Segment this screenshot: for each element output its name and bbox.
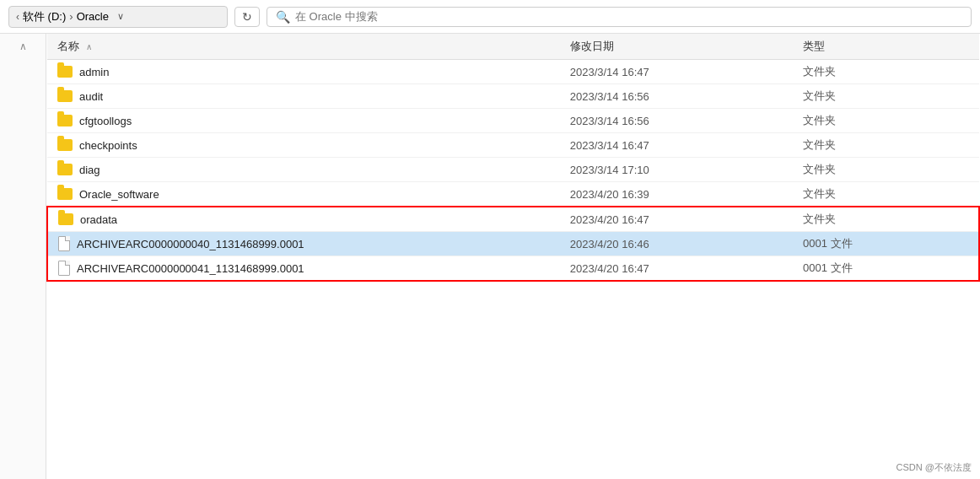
table-row[interactable]: cfgtoollogs2023/3/14 16:56文件夹	[47, 109, 979, 133]
watermark: CSDN @不依法度	[897, 461, 972, 474]
file-table: 名称 ∧ 修改日期 类型 admin2023/3/14 16:47文件夹audi…	[46, 34, 980, 282]
file-date-label: 2023/3/14 17:10	[560, 158, 793, 182]
file-date-label: 2023/4/20 16:39	[560, 182, 793, 207]
file-explorer-window: ‹ 软件 (D:) › Oracle ∨ ↻ 🔍 ∧ 名称	[0, 0, 980, 479]
top-bar: ‹ 软件 (D:) › Oracle ∨ ↻ 🔍	[0, 0, 980, 34]
file-date-label: 2023/3/14 16:47	[560, 133, 793, 158]
breadcrumb-drive: 软件 (D:)	[23, 9, 66, 24]
folder-icon	[58, 213, 73, 225]
sort-arrow-icon: ∧	[86, 42, 92, 51]
file-date-label: 2023/4/20 16:47	[560, 207, 793, 232]
folder-icon	[57, 90, 73, 102]
folder-icon	[57, 66, 73, 78]
file-name-label: cfgtoollogs	[79, 115, 132, 127]
file-date-label: 2023/4/20 16:46	[560, 232, 793, 256]
sidebar: ∧	[0, 34, 46, 479]
file-name-cell: checkpoints	[57, 139, 550, 152]
col-header-name[interactable]: 名称 ∧	[47, 34, 560, 60]
search-input[interactable]	[295, 10, 962, 23]
table-header-row: 名称 ∧ 修改日期 类型	[47, 34, 979, 60]
file-name-label: checkpoints	[79, 139, 137, 152]
search-box: 🔍	[267, 7, 972, 27]
file-type-label: 文件夹	[793, 84, 979, 109]
file-name-cell: cfgtoollogs	[57, 115, 550, 127]
file-name-cell: ARCHIVEARC0000000041_1131468999.0001	[58, 261, 550, 276]
file-name-cell: ARCHIVEARC0000000040_1131468999.0001	[58, 236, 550, 251]
file-name-label: admin	[79, 66, 109, 78]
file-name-label: ARCHIVEARC0000000041_1131468999.0001	[77, 262, 304, 275]
breadcrumb-dropdown-button[interactable]: ∨	[116, 11, 126, 22]
file-name-label: ARCHIVEARC0000000040_1131468999.0001	[77, 238, 304, 250]
folder-icon	[57, 115, 73, 126]
main-content: ∧ 名称 ∧ 修改日期 类型	[0, 34, 980, 479]
file-name-cell: audit	[57, 90, 550, 103]
refresh-button[interactable]: ↻	[234, 7, 260, 27]
file-list-body: admin2023/3/14 16:47文件夹audit2023/3/14 16…	[47, 60, 979, 282]
file-name-cell: oradata	[58, 213, 550, 226]
file-type-label: 文件夹	[793, 182, 979, 207]
breadcrumb[interactable]: ‹ 软件 (D:) › Oracle ∨	[8, 6, 228, 28]
file-type-label: 文件夹	[793, 207, 979, 232]
file-name-label: oradata	[80, 213, 117, 226]
file-type-label: 0001 文件	[793, 256, 979, 282]
file-icon	[58, 261, 70, 276]
file-list-area: 名称 ∧ 修改日期 类型 admin2023/3/14 16:47文件夹audi…	[46, 34, 980, 479]
file-type-label: 文件夹	[793, 109, 979, 133]
sidebar-scroll-up-icon[interactable]: ∧	[16, 37, 30, 56]
col-header-type[interactable]: 类型	[793, 34, 979, 60]
breadcrumb-sep1: ›	[69, 10, 73, 23]
file-type-label: 文件夹	[793, 158, 979, 182]
folder-icon	[57, 164, 73, 175]
file-name-label: diag	[79, 164, 100, 176]
col-header-date[interactable]: 修改日期	[560, 34, 793, 60]
table-row[interactable]: Oracle_software2023/4/20 16:39文件夹	[47, 182, 979, 207]
table-row[interactable]: oradata2023/4/20 16:47文件夹	[47, 207, 979, 232]
file-name-cell: Oracle_software	[57, 188, 550, 201]
back-arrow-icon: ‹	[16, 11, 19, 23]
folder-icon	[57, 139, 73, 151]
file-icon	[58, 236, 70, 251]
file-date-label: 2023/3/14 16:47	[560, 60, 793, 84]
table-row[interactable]: admin2023/3/14 16:47文件夹	[47, 60, 979, 84]
table-row[interactable]: ARCHIVEARC0000000040_1131468999.00012023…	[47, 232, 979, 256]
file-name-cell: diag	[57, 164, 550, 176]
table-row[interactable]: diag2023/3/14 17:10文件夹	[47, 158, 979, 182]
table-row[interactable]: checkpoints2023/3/14 16:47文件夹	[47, 133, 979, 158]
file-name-label: Oracle_software	[79, 188, 159, 201]
file-date-label: 2023/3/14 16:56	[560, 109, 793, 133]
file-type-label: 0001 文件	[793, 232, 979, 256]
table-row[interactable]: ARCHIVEARC0000000041_1131468999.00012023…	[47, 256, 979, 282]
folder-icon	[57, 188, 73, 200]
file-date-label: 2023/3/14 16:56	[560, 84, 793, 109]
search-icon: 🔍	[276, 10, 290, 24]
breadcrumb-folder: Oracle	[77, 10, 109, 23]
file-type-label: 文件夹	[793, 133, 979, 158]
file-type-label: 文件夹	[793, 60, 979, 84]
file-date-label: 2023/4/20 16:47	[560, 256, 793, 282]
file-name-label: audit	[79, 90, 103, 103]
file-name-cell: admin	[57, 66, 550, 78]
table-row[interactable]: audit2023/3/14 16:56文件夹	[47, 84, 979, 109]
